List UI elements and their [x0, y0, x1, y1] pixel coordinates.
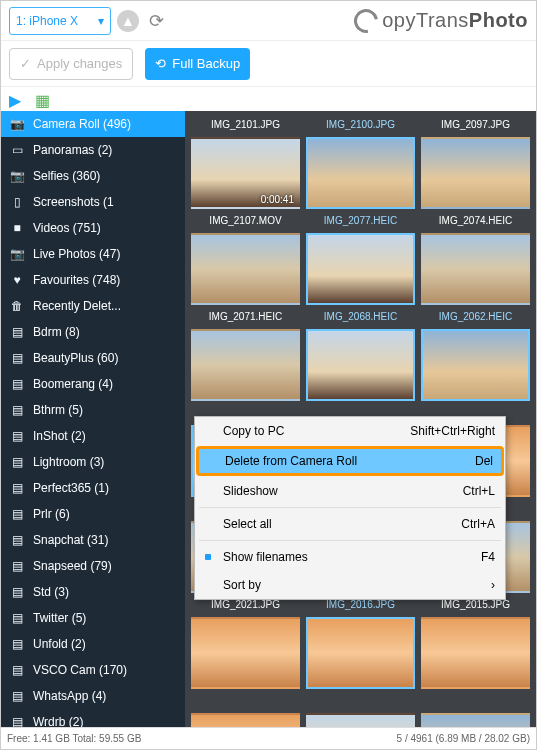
brand-logo: opyTrans Photo — [354, 9, 528, 33]
album-icon: ▤ — [9, 637, 25, 651]
sidebar-item[interactable]: ▤BeautyPlus (60) — [1, 345, 185, 371]
topbar: 1: iPhone X ▾ ▲ ⟳ opyTrans Photo — [1, 1, 536, 41]
sidebar-item[interactable]: 🗑Recently Delet... — [1, 293, 185, 319]
album-icon: ▤ — [9, 351, 25, 365]
thumbnail[interactable] — [191, 617, 300, 689]
device-label: 1: iPhone X — [16, 14, 78, 28]
context-menu-item[interactable]: SlideshowCtrl+L — [195, 477, 505, 505]
sidebar-item[interactable]: 📷Selfies (360) — [1, 163, 185, 189]
sidebar-item-label: InShot (2) — [33, 429, 86, 443]
context-menu[interactable]: Copy to PCShift+Ctrl+RightDelete from Ca… — [194, 416, 506, 600]
thumbnail[interactable] — [421, 617, 530, 689]
album-icon: ▤ — [9, 455, 25, 469]
menu-separator — [199, 540, 501, 541]
sidebar-item-label: WhatsApp (4) — [33, 689, 106, 703]
full-backup-button[interactable]: ⟲ Full Backup — [145, 48, 250, 80]
sidebar-item[interactable]: ▤Prlr (6) — [1, 501, 185, 527]
thumb-filename: IMG_2097.JPG — [421, 117, 530, 133]
sidebar-item[interactable]: ▤Lightroom (3) — [1, 449, 185, 475]
sidebar-item-label: Live Photos (47) — [33, 247, 120, 261]
sidebar-item[interactable]: ▤WhatsApp (4) — [1, 683, 185, 709]
apply-changes-button[interactable]: ✓ Apply changes — [9, 48, 133, 80]
thumb-filename: IMG_2107.MOV — [191, 213, 300, 229]
menu-separator — [199, 507, 501, 508]
thumbnail[interactable]: 0:00:41 — [191, 137, 300, 209]
refresh-button[interactable]: ⟳ — [145, 10, 167, 32]
album-icon: ▤ — [9, 481, 25, 495]
sidebar-item-label: Wrdrb (2) — [33, 715, 83, 727]
sidebar-item-label: Screenshots (1 — [33, 195, 114, 209]
sidebar-item[interactable]: ▤Perfect365 (1) — [1, 475, 185, 501]
sidebar-item-label: Boomerang (4) — [33, 377, 113, 391]
heart-icon: ♥ — [9, 273, 25, 287]
thumbnail[interactable] — [191, 329, 300, 401]
context-menu-item[interactable]: Delete from Camera RollDel — [197, 447, 503, 475]
thumbnail[interactable] — [421, 329, 530, 401]
restore-icon: ⟲ — [155, 56, 166, 71]
check-dot-icon — [205, 554, 211, 560]
thumbnail[interactable] — [306, 233, 415, 305]
brand-text-1: opyTrans — [382, 9, 469, 32]
sidebar-item[interactable]: ▤Snapchat (31) — [1, 527, 185, 553]
sidebar-item-label: Videos (751) — [33, 221, 101, 235]
album-sidebar[interactable]: 📷Camera Roll (496)▭Panoramas (2)📷Selfies… — [1, 111, 185, 727]
thumb-filename: IMG_2100.JPG — [306, 117, 415, 133]
status-right: 5 / 4961 (6.89 MB / 28.02 GB) — [397, 733, 530, 744]
thumbnail[interactable]: 0:00:44 — [421, 713, 530, 727]
check-icon: ✓ — [20, 56, 31, 71]
album-icon: ▤ — [9, 377, 25, 391]
menu-item-shortcut: F4 — [481, 550, 495, 564]
sidebar-item[interactable]: ▤Twitter (5) — [1, 605, 185, 631]
thumbnail[interactable] — [306, 329, 415, 401]
sidebar-item-label: Bdrm (8) — [33, 325, 80, 339]
context-menu-item[interactable]: Show filenamesF4 — [195, 543, 505, 571]
sidebar-item[interactable]: ▤Wrdrb (2) — [1, 709, 185, 727]
sidebar-item-label: Twitter (5) — [33, 611, 86, 625]
thumbnail[interactable] — [421, 233, 530, 305]
sidebar-item[interactable]: ▤Std (3) — [1, 579, 185, 605]
sidebar-item[interactable]: ▤Snapseed (79) — [1, 553, 185, 579]
sidebar-item-label: Perfect365 (1) — [33, 481, 109, 495]
video-icon: ■ — [9, 221, 25, 235]
menu-item-label: Show filenames — [223, 550, 308, 564]
sidebar-item[interactable]: ▤Unfold (2) — [1, 631, 185, 657]
sidebar-item[interactable]: ▤Boomerang (4) — [1, 371, 185, 397]
sidebar-item-label: Snapchat (31) — [33, 533, 108, 547]
thumbnail[interactable] — [421, 137, 530, 209]
eject-button[interactable]: ▲ — [117, 10, 139, 32]
sidebar-item[interactable]: 📷Camera Roll (496) — [1, 111, 185, 137]
thumbnail[interactable] — [306, 137, 415, 209]
thumb-filename — [306, 693, 415, 709]
sidebar-item[interactable]: 📷Live Photos (47) — [1, 241, 185, 267]
device-selector[interactable]: 1: iPhone X ▾ — [9, 7, 111, 35]
sidebar-item[interactable]: ▤InShot (2) — [1, 423, 185, 449]
grid-view-tab[interactable]: ▶ — [9, 91, 27, 107]
sidebar-item[interactable]: ▤Bthrm (5) — [1, 397, 185, 423]
context-menu-item[interactable]: Sort by› — [195, 571, 505, 599]
sidebar-item[interactable]: ▤Bdrm (8) — [1, 319, 185, 345]
list-view-tab[interactable]: ▦ — [35, 91, 53, 107]
album-icon: ▤ — [9, 611, 25, 625]
thumb-filename — [191, 693, 300, 709]
thumbnail[interactable] — [191, 233, 300, 305]
album-icon: ▤ — [9, 585, 25, 599]
thumb-filename — [421, 693, 530, 709]
thumbnail[interactable] — [306, 617, 415, 689]
thumbnail[interactable] — [306, 713, 415, 727]
camera-icon: 📷 — [9, 247, 25, 261]
thumbnail[interactable] — [191, 713, 300, 727]
sidebar-item-label: Std (3) — [33, 585, 69, 599]
album-icon: ▤ — [9, 533, 25, 547]
context-menu-item[interactable]: Select allCtrl+A — [195, 510, 505, 538]
sidebar-item[interactable]: ▯Screenshots (1 — [1, 189, 185, 215]
panorama-icon: ▭ — [9, 143, 25, 157]
album-icon: ▤ — [9, 663, 25, 677]
sidebar-item[interactable]: ■Videos (751) — [1, 215, 185, 241]
camera-icon: 📷 — [9, 169, 25, 183]
sidebar-item[interactable]: ♥Favourites (748) — [1, 267, 185, 293]
sidebar-item-label: Snapseed (79) — [33, 559, 112, 573]
menu-item-shortcut: Del — [475, 454, 493, 468]
sidebar-item[interactable]: ▤VSCO Cam (170) — [1, 657, 185, 683]
context-menu-item[interactable]: Copy to PCShift+Ctrl+Right — [195, 417, 505, 445]
sidebar-item[interactable]: ▭Panoramas (2) — [1, 137, 185, 163]
